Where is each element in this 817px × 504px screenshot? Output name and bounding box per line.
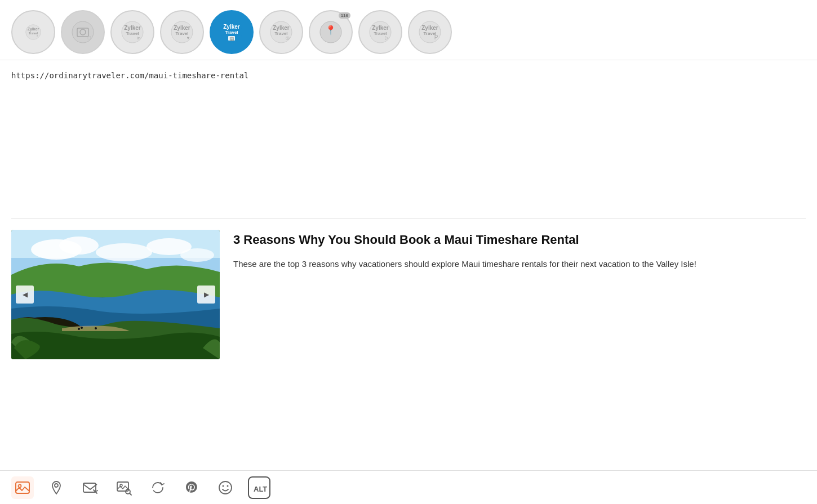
social-icon-photo[interactable]: ◻ bbox=[61, 10, 105, 54]
image-tool-button[interactable] bbox=[11, 476, 34, 499]
article-title: 3 Reasons Why You Should Book a Maui Tim… bbox=[233, 232, 806, 248]
social-icon-youtube[interactable]: Zylker Travel ▷ bbox=[358, 10, 402, 54]
svg-text:Zylker: Zylker bbox=[421, 25, 438, 31]
svg-text:♥: ♥ bbox=[187, 35, 190, 41]
svg-text:ALT: ALT bbox=[254, 485, 267, 493]
svg-text:Zylker: Zylker bbox=[174, 25, 190, 31]
url-bar: https://ordinarytraveler.com/maui-timesh… bbox=[0, 60, 817, 88]
svg-text:in: in bbox=[137, 35, 140, 41]
svg-point-44 bbox=[78, 328, 80, 330]
alt-text-tool-button[interactable]: ALT bbox=[248, 476, 270, 499]
svg-text:Zylker: Zylker bbox=[273, 25, 290, 31]
social-icon-maps[interactable]: 116 📍 bbox=[309, 10, 353, 54]
social-icon-twitter[interactable]: Zylker Travel ♥ bbox=[160, 10, 204, 54]
mail-send-tool-button[interactable] bbox=[79, 476, 101, 499]
svg-text:🏢: 🏢 bbox=[229, 36, 234, 41]
svg-text:◻: ◻ bbox=[87, 35, 91, 40]
bottom-toolbar: ALT bbox=[0, 470, 817, 504]
svg-text:Zylker: Zylker bbox=[372, 25, 389, 31]
social-icon-facebook[interactable]: Zylker Travel f bbox=[11, 10, 55, 54]
pinterest-tool-button[interactable] bbox=[180, 476, 203, 499]
social-icon-pinterest[interactable]: Zylker Travel P bbox=[408, 10, 452, 54]
svg-text:◎: ◎ bbox=[286, 35, 290, 41]
svg-text:Zylker: Zylker bbox=[124, 25, 141, 31]
svg-text:Zylker: Zylker bbox=[223, 24, 240, 30]
article-image: ◀ ▶ bbox=[11, 230, 220, 359]
svg-text:📍: 📍 bbox=[325, 25, 336, 35]
emoji-tool-button[interactable] bbox=[214, 476, 237, 499]
social-icon-zoho[interactable]: Zylker Travel 🏢 bbox=[210, 10, 254, 54]
svg-text:▷: ▷ bbox=[385, 35, 389, 41]
article-preview: ◀ ▶ 3 Reasons Why You Should Book a Maui… bbox=[0, 218, 817, 371]
svg-point-46 bbox=[95, 327, 97, 329]
svg-point-41 bbox=[180, 248, 214, 262]
svg-rect-47 bbox=[16, 482, 29, 493]
url-text: https://ordinarytraveler.com/maui-timesh… bbox=[11, 71, 248, 80]
svg-point-55 bbox=[223, 485, 224, 487]
svg-point-39 bbox=[96, 243, 152, 261]
svg-text:P: P bbox=[434, 34, 438, 41]
svg-point-52 bbox=[120, 484, 122, 487]
svg-text:Travel: Travel bbox=[225, 30, 238, 35]
image-nav-next[interactable]: ▶ bbox=[197, 286, 215, 304]
svg-point-45 bbox=[81, 327, 83, 329]
empty-content-area bbox=[0, 88, 817, 218]
social-icon-linkedin[interactable]: Zylker Travel in bbox=[110, 10, 154, 54]
refresh-tool-button[interactable] bbox=[146, 476, 169, 499]
svg-point-49 bbox=[55, 484, 58, 487]
social-icon-instagram[interactable]: Zylker Travel ◎ bbox=[259, 10, 303, 54]
location-tool-button[interactable] bbox=[45, 476, 68, 499]
article-description: These are the top 3 reasons why vacation… bbox=[233, 257, 806, 271]
notification-badge: 116 bbox=[339, 12, 350, 19]
image-nav-prev[interactable]: ◀ bbox=[16, 286, 34, 304]
svg-point-38 bbox=[59, 237, 99, 255]
svg-point-56 bbox=[227, 485, 229, 487]
social-icons-bar: Zylker Travel f ◻ Zylker Travel in Zylke… bbox=[0, 0, 817, 60]
search-image-tool-button[interactable] bbox=[113, 476, 135, 499]
article-content: 3 Reasons Why You Should Book a Maui Tim… bbox=[233, 230, 806, 271]
svg-point-54 bbox=[219, 481, 232, 494]
